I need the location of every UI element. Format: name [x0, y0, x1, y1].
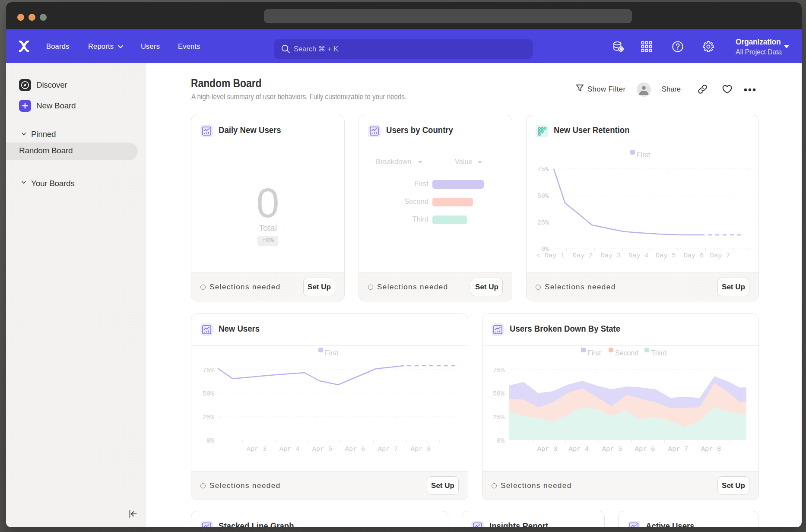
svg-text:25%: 25%	[493, 414, 505, 421]
svg-text:First: First	[587, 349, 601, 357]
svg-text:50%: 50%	[493, 390, 505, 398]
svg-text:Apr 5: Apr 5	[602, 445, 622, 453]
svg-text:0%: 0%	[206, 437, 215, 445]
svg-text:75%: 75%	[203, 367, 215, 374]
svg-text:Apr 8: Apr 8	[701, 445, 721, 453]
svg-text:Apr 8: Apr 8	[411, 445, 431, 453]
svg-text:Day 5: Day 5	[656, 252, 676, 260]
svg-text:< Day 1: < Day 1	[536, 252, 565, 260]
svg-text:Day 6: Day 6	[684, 252, 704, 260]
svg-text:Apr 3: Apr 3	[537, 445, 558, 453]
svg-text:0%: 0%	[497, 437, 505, 445]
svg-text:75%: 75%	[493, 367, 505, 374]
svg-text:Day 2: Day 2	[573, 252, 593, 260]
svg-text:Apr 6: Apr 6	[345, 445, 365, 453]
svg-text:Apr 6: Apr 6	[635, 445, 655, 453]
svg-text:Day 4: Day 4	[628, 252, 649, 260]
svg-text:Apr 5: Apr 5	[312, 445, 333, 453]
svg-text:50%: 50%	[537, 193, 549, 200]
svg-text:Day 3: Day 3	[601, 252, 621, 260]
svg-text:50%: 50%	[203, 390, 215, 398]
svg-text:Third: Third	[651, 349, 666, 357]
svg-text:Apr 3: Apr 3	[247, 445, 267, 453]
svg-text:Apr 7: Apr 7	[378, 445, 398, 453]
svg-text:Apr 4: Apr 4	[569, 445, 589, 453]
svg-text:25%: 25%	[203, 414, 215, 421]
svg-text:25%: 25%	[537, 219, 549, 227]
svg-text:Apr 4: Apr 4	[279, 445, 300, 453]
svg-text:Apr 7: Apr 7	[668, 445, 689, 453]
svg-text:First: First	[325, 349, 339, 357]
svg-text:First: First	[637, 151, 651, 158]
svg-text:Day 7: Day 7	[710, 252, 730, 260]
svg-text:75%: 75%	[537, 166, 549, 173]
svg-text:Second: Second	[615, 349, 638, 357]
